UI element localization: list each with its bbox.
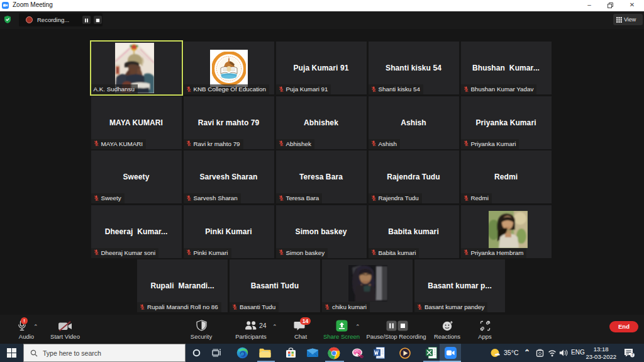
svg-text:7: 7: [631, 353, 634, 357]
